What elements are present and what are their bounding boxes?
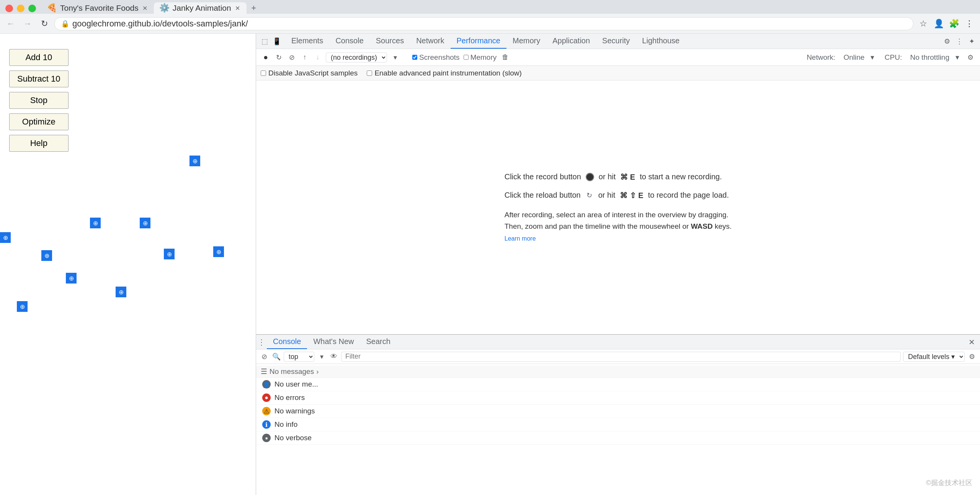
address-text: googlechrome.github.io/devtools-samples/… (72, 19, 248, 29)
disable-js-option[interactable]: Disable JavaScript samples (261, 69, 358, 77)
console-dropdown-icon[interactable]: ▾ (317, 352, 327, 362)
perf-toolbar-left: ● ↻ ⊘ ↑ ↓ (no recordings) ▾ (261, 52, 400, 62)
console-filter-input[interactable] (341, 352, 901, 362)
screenshots-option[interactable]: Screenshots (412, 53, 460, 62)
console-info-row: ℹ No info (256, 418, 980, 431)
upload-recording-button[interactable]: ↑ (300, 52, 310, 62)
console-eye-icon[interactable]: 👁 (329, 352, 339, 362)
tab-security[interactable]: Security (596, 34, 636, 49)
console-warnings-row: ⚠ No warnings (256, 405, 980, 418)
user-profile-button[interactable]: 👤 (932, 17, 946, 31)
learn-more-link[interactable]: Learn more (505, 235, 536, 242)
tab2-close-btn[interactable]: ✕ (234, 5, 241, 11)
devtools-left-icons: ⬚ 📱 (256, 36, 285, 47)
cpu-dropdown-icon[interactable]: ▾ (956, 53, 959, 62)
performance-main-area: Click the record button or hit ⌘ E to st… (256, 80, 980, 334)
console-settings-icon[interactable]: ⚙ (967, 352, 977, 362)
memory-option[interactable]: Memory (464, 53, 497, 62)
record-instruction-row: Click the record button or hit ⌘ E to st… (505, 172, 732, 182)
memory-label: Memory (470, 53, 497, 62)
disable-js-label: Disable JavaScript samples (268, 69, 358, 77)
devtools-inspect-icon[interactable]: ⬚ (259, 36, 270, 47)
tab-console[interactable]: Console (329, 34, 369, 49)
recordings-dropdown-icon[interactable]: ▾ (390, 52, 400, 62)
help-button[interactable]: Help (9, 135, 69, 152)
menu-button[interactable]: ⋮ (962, 17, 976, 31)
console-errors-row: ● No errors (256, 391, 980, 405)
disable-js-checkbox[interactable] (261, 70, 266, 76)
devtools-right-icons: ⚙ ⋮ ✦ (939, 36, 980, 47)
record-button[interactable]: ● (261, 52, 271, 62)
trash-recording-button[interactable]: 🗑 (500, 52, 510, 62)
extensions-button[interactable]: 🧩 (947, 17, 961, 31)
add10-button[interactable]: Add 10 (9, 49, 69, 66)
devtools-tabs: Elements Console Sources Network Perform… (285, 34, 939, 49)
subtract10-button[interactable]: Subtract 10 (9, 70, 69, 87)
console-group-header[interactable]: ☰ No messages › (256, 366, 980, 378)
tab-bar: 🍕 Tony's Favorite Foods ✕ ⚙️ Janky Anima… (0, 0, 980, 14)
blue-square (140, 218, 150, 228)
close-window-btn[interactable] (5, 5, 13, 12)
devtools-device-icon[interactable]: 📱 (271, 36, 282, 47)
tab-network[interactable]: Network (410, 34, 450, 49)
perf-settings-icon[interactable]: ⚙ (965, 52, 975, 62)
tab1-close-btn[interactable]: ✕ (142, 5, 149, 11)
console-tab-whats-new[interactable]: What's New (307, 335, 360, 349)
address-bar[interactable]: 🔒 googlechrome.github.io/devtools-sample… (54, 17, 913, 30)
console-clear-button[interactable]: ⊘ (259, 352, 269, 362)
clear-recording-button[interactable]: ⊘ (287, 52, 297, 62)
console-verbose-row: ■ No verbose (256, 431, 980, 445)
tab-application[interactable]: Application (546, 34, 596, 49)
tab1-title: Tony's Favorite Foods (60, 3, 139, 13)
maximize-window-btn[interactable] (28, 5, 36, 12)
tab-tonys-foods[interactable]: 🍕 Tony's Favorite Foods ✕ (41, 2, 154, 14)
optimize-button[interactable]: Optimize (9, 113, 69, 130)
minimize-window-btn[interactable] (17, 5, 24, 12)
tab-memory[interactable]: Memory (506, 34, 546, 49)
reload-shortcut: ⌘ ⇧ E (620, 191, 643, 200)
tab2-favicon: ⚙️ (159, 3, 170, 13)
console-close-button[interactable]: ✕ (966, 337, 977, 347)
memory-checkbox[interactable] (464, 55, 469, 60)
nav-bar: ← → ↻ 🔒 googlechrome.github.io/devtools-… (0, 14, 980, 34)
console-user-msg-row: 👤 No user me... (256, 378, 980, 391)
enable-paint-checkbox[interactable] (367, 70, 372, 76)
devtools-more-icon[interactable]: ⋮ (954, 36, 965, 47)
bookmark-button[interactable]: ☆ (916, 17, 930, 31)
reload-button[interactable]: ↻ (38, 17, 51, 31)
screenshots-checkbox[interactable] (412, 55, 417, 60)
network-dropdown-icon[interactable]: ▾ (871, 53, 874, 62)
new-tab-button[interactable]: + (248, 2, 260, 14)
back-button[interactable]: ← (4, 17, 18, 31)
recordings-select[interactable]: (no recordings) (326, 52, 387, 62)
stop-button[interactable]: Stop (9, 92, 69, 109)
console-filter-icon[interactable]: 🔍 (271, 352, 281, 362)
console-context-select[interactable]: top (284, 352, 314, 362)
performance-toolbar: ● ↻ ⊘ ↑ ↓ (no recordings) ▾ Screenshots … (256, 49, 980, 66)
no-errors-text: No errors (274, 393, 305, 402)
lock-icon: 🔒 (61, 20, 69, 28)
page-buttons: Add 10 Subtract 10 Stop Optimize Help (9, 49, 69, 152)
tab-performance[interactable]: Performance (451, 34, 507, 49)
network-label: Network: (807, 53, 837, 62)
console-tab-search[interactable]: Search (360, 335, 396, 349)
record-reload-button[interactable]: ↻ (274, 52, 284, 62)
enable-paint-option[interactable]: Enable advanced paint instrumentation (s… (367, 69, 521, 77)
devtools-focus-icon[interactable]: ✦ (966, 36, 977, 47)
tab-janky-animation[interactable]: ⚙️ Janky Animation ✕ (154, 2, 247, 14)
warnings-icon: ⚠ (262, 407, 271, 415)
tab-elements[interactable]: Elements (285, 34, 329, 49)
verbose-icon: ■ (262, 434, 271, 442)
after-recording-text: After recording, select an area of inter… (505, 209, 732, 233)
forward-button[interactable]: → (21, 17, 34, 31)
console-level-select[interactable]: Default levels ▾ (903, 352, 965, 362)
tab-sources[interactable]: Sources (370, 34, 410, 49)
cpu-value: No throttling (910, 53, 949, 62)
console-dots-menu[interactable]: ⋮ (256, 337, 267, 347)
devtools-settings-icon[interactable]: ⚙ (942, 36, 952, 47)
console-tab-console[interactable]: Console (267, 335, 307, 349)
nav-right-buttons: ☆ 👤 🧩 ⋮ (916, 17, 976, 31)
console-toolbar: ⊘ 🔍 top ▾ 👁 Default levels ▾ ⚙ (256, 349, 980, 364)
tab-lighthouse[interactable]: Lighthouse (636, 34, 686, 49)
download-recording-button[interactable]: ↓ (313, 52, 323, 62)
